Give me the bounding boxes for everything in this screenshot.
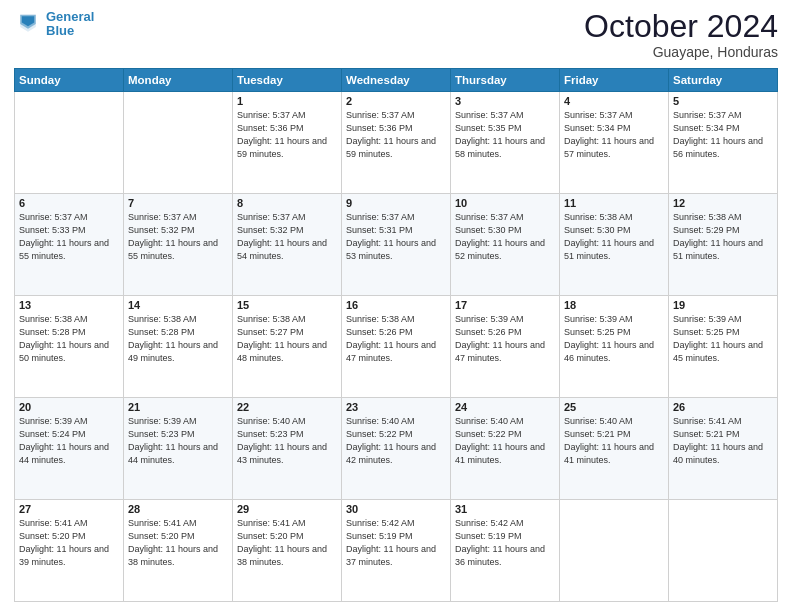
calendar-cell: 22Sunrise: 5:40 AMSunset: 5:23 PMDayligh… xyxy=(233,398,342,500)
day-number: 1 xyxy=(237,95,337,107)
calendar-cell: 30Sunrise: 5:42 AMSunset: 5:19 PMDayligh… xyxy=(342,500,451,602)
weekday-header-wednesday: Wednesday xyxy=(342,69,451,92)
day-number: 19 xyxy=(673,299,773,311)
logo-text: General Blue xyxy=(46,10,94,39)
calendar-cell: 11Sunrise: 5:38 AMSunset: 5:30 PMDayligh… xyxy=(560,194,669,296)
day-info: Sunrise: 5:37 AMSunset: 5:36 PMDaylight:… xyxy=(346,109,446,161)
day-info: Sunrise: 5:39 AMSunset: 5:23 PMDaylight:… xyxy=(128,415,228,467)
calendar-cell: 18Sunrise: 5:39 AMSunset: 5:25 PMDayligh… xyxy=(560,296,669,398)
calendar-cell: 5Sunrise: 5:37 AMSunset: 5:34 PMDaylight… xyxy=(669,92,778,194)
day-number: 11 xyxy=(564,197,664,209)
weekday-header-sunday: Sunday xyxy=(15,69,124,92)
day-info: Sunrise: 5:42 AMSunset: 5:19 PMDaylight:… xyxy=(346,517,446,569)
day-number: 22 xyxy=(237,401,337,413)
calendar-cell: 15Sunrise: 5:38 AMSunset: 5:27 PMDayligh… xyxy=(233,296,342,398)
day-number: 31 xyxy=(455,503,555,515)
calendar-cell: 7Sunrise: 5:37 AMSunset: 5:32 PMDaylight… xyxy=(124,194,233,296)
calendar-cell: 13Sunrise: 5:38 AMSunset: 5:28 PMDayligh… xyxy=(15,296,124,398)
calendar-cell: 27Sunrise: 5:41 AMSunset: 5:20 PMDayligh… xyxy=(15,500,124,602)
day-info: Sunrise: 5:40 AMSunset: 5:23 PMDaylight:… xyxy=(237,415,337,467)
calendar-cell: 14Sunrise: 5:38 AMSunset: 5:28 PMDayligh… xyxy=(124,296,233,398)
day-number: 13 xyxy=(19,299,119,311)
day-info: Sunrise: 5:37 AMSunset: 5:33 PMDaylight:… xyxy=(19,211,119,263)
day-number: 15 xyxy=(237,299,337,311)
calendar-cell: 17Sunrise: 5:39 AMSunset: 5:26 PMDayligh… xyxy=(451,296,560,398)
calendar-cell: 3Sunrise: 5:37 AMSunset: 5:35 PMDaylight… xyxy=(451,92,560,194)
weekday-header-friday: Friday xyxy=(560,69,669,92)
calendar-cell: 19Sunrise: 5:39 AMSunset: 5:25 PMDayligh… xyxy=(669,296,778,398)
logo-icon xyxy=(14,10,42,38)
calendar-cell: 1Sunrise: 5:37 AMSunset: 5:36 PMDaylight… xyxy=(233,92,342,194)
day-number: 27 xyxy=(19,503,119,515)
day-number: 16 xyxy=(346,299,446,311)
day-info: Sunrise: 5:38 AMSunset: 5:30 PMDaylight:… xyxy=(564,211,664,263)
calendar-cell: 12Sunrise: 5:38 AMSunset: 5:29 PMDayligh… xyxy=(669,194,778,296)
day-info: Sunrise: 5:40 AMSunset: 5:22 PMDaylight:… xyxy=(346,415,446,467)
calendar-cell: 26Sunrise: 5:41 AMSunset: 5:21 PMDayligh… xyxy=(669,398,778,500)
day-info: Sunrise: 5:37 AMSunset: 5:34 PMDaylight:… xyxy=(673,109,773,161)
calendar-cell: 4Sunrise: 5:37 AMSunset: 5:34 PMDaylight… xyxy=(560,92,669,194)
day-number: 7 xyxy=(128,197,228,209)
weekday-header-thursday: Thursday xyxy=(451,69,560,92)
calendar-cell xyxy=(124,92,233,194)
day-number: 21 xyxy=(128,401,228,413)
weekday-header-saturday: Saturday xyxy=(669,69,778,92)
calendar-table: SundayMondayTuesdayWednesdayThursdayFrid… xyxy=(14,68,778,602)
day-info: Sunrise: 5:39 AMSunset: 5:24 PMDaylight:… xyxy=(19,415,119,467)
day-info: Sunrise: 5:38 AMSunset: 5:27 PMDaylight:… xyxy=(237,313,337,365)
calendar-cell xyxy=(15,92,124,194)
calendar-cell: 9Sunrise: 5:37 AMSunset: 5:31 PMDaylight… xyxy=(342,194,451,296)
day-info: Sunrise: 5:37 AMSunset: 5:32 PMDaylight:… xyxy=(128,211,228,263)
calendar-cell xyxy=(669,500,778,602)
calendar-cell: 20Sunrise: 5:39 AMSunset: 5:24 PMDayligh… xyxy=(15,398,124,500)
calendar-cell: 10Sunrise: 5:37 AMSunset: 5:30 PMDayligh… xyxy=(451,194,560,296)
calendar-cell xyxy=(560,500,669,602)
calendar-cell: 29Sunrise: 5:41 AMSunset: 5:20 PMDayligh… xyxy=(233,500,342,602)
day-number: 25 xyxy=(564,401,664,413)
calendar-cell: 23Sunrise: 5:40 AMSunset: 5:22 PMDayligh… xyxy=(342,398,451,500)
day-number: 18 xyxy=(564,299,664,311)
calendar-week-2: 6Sunrise: 5:37 AMSunset: 5:33 PMDaylight… xyxy=(15,194,778,296)
calendar-cell: 24Sunrise: 5:40 AMSunset: 5:22 PMDayligh… xyxy=(451,398,560,500)
day-number: 6 xyxy=(19,197,119,209)
weekday-header-tuesday: Tuesday xyxy=(233,69,342,92)
day-info: Sunrise: 5:38 AMSunset: 5:29 PMDaylight:… xyxy=(673,211,773,263)
day-number: 5 xyxy=(673,95,773,107)
day-info: Sunrise: 5:42 AMSunset: 5:19 PMDaylight:… xyxy=(455,517,555,569)
calendar-cell: 28Sunrise: 5:41 AMSunset: 5:20 PMDayligh… xyxy=(124,500,233,602)
day-number: 30 xyxy=(346,503,446,515)
calendar-cell: 2Sunrise: 5:37 AMSunset: 5:36 PMDaylight… xyxy=(342,92,451,194)
day-number: 8 xyxy=(237,197,337,209)
calendar-cell: 25Sunrise: 5:40 AMSunset: 5:21 PMDayligh… xyxy=(560,398,669,500)
calendar-cell: 8Sunrise: 5:37 AMSunset: 5:32 PMDaylight… xyxy=(233,194,342,296)
day-info: Sunrise: 5:39 AMSunset: 5:26 PMDaylight:… xyxy=(455,313,555,365)
day-number: 10 xyxy=(455,197,555,209)
day-info: Sunrise: 5:37 AMSunset: 5:31 PMDaylight:… xyxy=(346,211,446,263)
logo-line1: General xyxy=(46,9,94,24)
day-info: Sunrise: 5:41 AMSunset: 5:20 PMDaylight:… xyxy=(237,517,337,569)
calendar-cell: 31Sunrise: 5:42 AMSunset: 5:19 PMDayligh… xyxy=(451,500,560,602)
logo: General Blue xyxy=(14,10,94,39)
day-number: 17 xyxy=(455,299,555,311)
day-info: Sunrise: 5:39 AMSunset: 5:25 PMDaylight:… xyxy=(564,313,664,365)
month-title: October 2024 xyxy=(584,10,778,42)
location-subtitle: Guayape, Honduras xyxy=(584,44,778,60)
day-number: 20 xyxy=(19,401,119,413)
logo-line2: Blue xyxy=(46,23,74,38)
day-number: 9 xyxy=(346,197,446,209)
calendar-week-3: 13Sunrise: 5:38 AMSunset: 5:28 PMDayligh… xyxy=(15,296,778,398)
calendar-cell: 16Sunrise: 5:38 AMSunset: 5:26 PMDayligh… xyxy=(342,296,451,398)
day-number: 28 xyxy=(128,503,228,515)
calendar-week-4: 20Sunrise: 5:39 AMSunset: 5:24 PMDayligh… xyxy=(15,398,778,500)
weekday-header-monday: Monday xyxy=(124,69,233,92)
calendar-week-1: 1Sunrise: 5:37 AMSunset: 5:36 PMDaylight… xyxy=(15,92,778,194)
day-number: 23 xyxy=(346,401,446,413)
title-block: October 2024 Guayape, Honduras xyxy=(584,10,778,60)
day-number: 14 xyxy=(128,299,228,311)
day-info: Sunrise: 5:38 AMSunset: 5:28 PMDaylight:… xyxy=(128,313,228,365)
calendar-week-5: 27Sunrise: 5:41 AMSunset: 5:20 PMDayligh… xyxy=(15,500,778,602)
day-number: 3 xyxy=(455,95,555,107)
calendar-cell: 21Sunrise: 5:39 AMSunset: 5:23 PMDayligh… xyxy=(124,398,233,500)
calendar-header-row: SundayMondayTuesdayWednesdayThursdayFrid… xyxy=(15,69,778,92)
day-info: Sunrise: 5:41 AMSunset: 5:20 PMDaylight:… xyxy=(19,517,119,569)
